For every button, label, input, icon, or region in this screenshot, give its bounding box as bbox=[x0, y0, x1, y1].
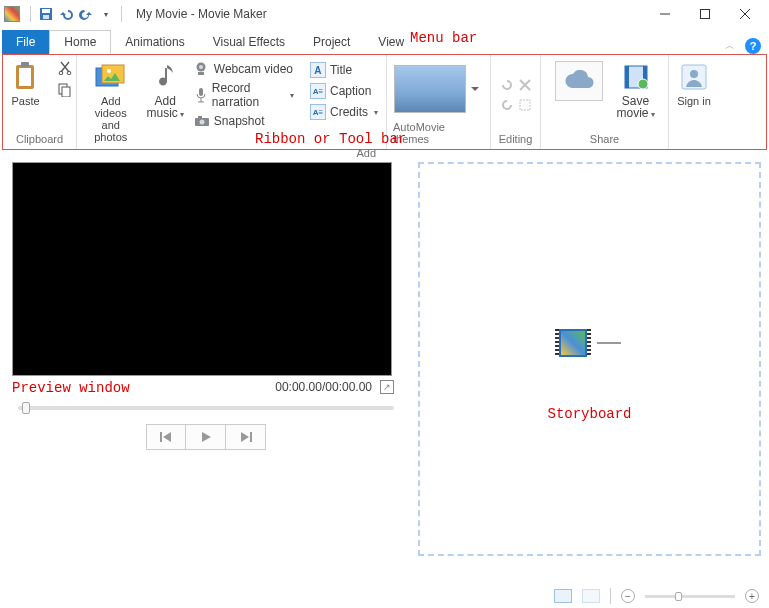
undo-icon[interactable] bbox=[57, 5, 75, 23]
group-editing: Editing bbox=[491, 55, 541, 149]
svg-rect-19 bbox=[198, 72, 204, 75]
dropdown-arrow-icon: ▾ bbox=[290, 91, 294, 100]
storyboard-pane: Storyboard bbox=[418, 162, 761, 562]
tab-bar: File Home Animations Visual Effects Proj… bbox=[0, 28, 769, 54]
snapshot-button[interactable]: Snapshot bbox=[192, 113, 296, 129]
seek-thumb[interactable] bbox=[22, 402, 30, 414]
svg-rect-1 bbox=[42, 9, 50, 13]
add-videos-photos-button[interactable]: Add videos and photos bbox=[83, 59, 138, 145]
paste-label: Paste bbox=[11, 95, 39, 107]
svg-point-32 bbox=[690, 70, 698, 78]
zoom-slider[interactable] bbox=[645, 595, 735, 598]
group-add: Add videos and photos Add music▾ Webcam … bbox=[77, 55, 387, 149]
group-label-editing: Editing bbox=[499, 131, 533, 147]
webcam-video-button[interactable]: Webcam video bbox=[192, 61, 296, 77]
svg-rect-28 bbox=[625, 66, 629, 88]
preview-pane: Preview window 00:00.00/00:00.00 ↗ bbox=[12, 162, 400, 562]
tab-animations[interactable]: Animations bbox=[111, 30, 198, 54]
cloud-icon bbox=[555, 61, 603, 101]
svg-rect-8 bbox=[19, 68, 31, 86]
minimize-button[interactable] bbox=[645, 0, 685, 28]
video-preview[interactable] bbox=[12, 162, 392, 376]
maximize-button[interactable] bbox=[685, 0, 725, 28]
redo-icon[interactable] bbox=[77, 5, 95, 23]
annotation-storyboard: Storyboard bbox=[547, 406, 631, 422]
automovie-theme-thumb[interactable] bbox=[394, 65, 466, 113]
svg-rect-33 bbox=[160, 432, 162, 442]
delete-icon[interactable] bbox=[518, 78, 532, 92]
placeholder-line bbox=[597, 342, 621, 344]
credits-button[interactable]: A≡ Credits ▾ bbox=[308, 103, 380, 121]
storyboard-drop-area[interactable]: Storyboard bbox=[418, 162, 761, 556]
view-mode-2-button[interactable] bbox=[582, 589, 600, 603]
group-clipboard: Paste Clipboard bbox=[3, 55, 77, 149]
add-music-label: Add music▾ bbox=[146, 95, 183, 121]
share-cloud-button[interactable] bbox=[551, 59, 607, 103]
webcam-icon bbox=[194, 62, 210, 76]
group-label-add: Add bbox=[356, 145, 380, 161]
ribbon-toolbar: Paste Clipboard Add videos and photos bbox=[2, 54, 767, 150]
record-label: Record narration bbox=[212, 81, 284, 109]
svg-point-22 bbox=[199, 120, 204, 125]
clipboard-icon bbox=[10, 61, 42, 93]
dropdown-arrow-icon: ▾ bbox=[374, 108, 378, 117]
webcam-label: Webcam video bbox=[214, 62, 293, 76]
group-label-share: Share bbox=[590, 131, 619, 147]
paste-button[interactable]: Paste bbox=[6, 59, 46, 109]
save-icon[interactable] bbox=[37, 5, 55, 23]
save-movie-label: Save movie▾ bbox=[615, 95, 657, 121]
tab-visual-effects[interactable]: Visual Effects bbox=[199, 30, 299, 54]
svg-rect-34 bbox=[250, 432, 252, 442]
cut-icon[interactable] bbox=[56, 59, 74, 77]
file-tab[interactable]: File bbox=[2, 30, 49, 54]
collapse-ribbon-icon[interactable]: ︿ bbox=[725, 39, 735, 53]
copy-icon[interactable] bbox=[56, 81, 74, 99]
group-label-blank bbox=[692, 131, 695, 147]
tab-project[interactable]: Project bbox=[299, 30, 364, 54]
add-music-button[interactable]: Add music▾ bbox=[144, 59, 185, 123]
music-note-icon bbox=[149, 61, 181, 93]
zoom-in-button[interactable]: + bbox=[745, 589, 759, 603]
svg-rect-23 bbox=[198, 116, 202, 118]
title-icon: A bbox=[310, 62, 326, 78]
record-narration-button[interactable]: Record narration ▾ bbox=[192, 80, 296, 110]
help-icon[interactable]: ? bbox=[745, 38, 761, 54]
rotate-right-icon[interactable] bbox=[500, 98, 514, 112]
content-area: Preview window 00:00.00/00:00.00 ↗ bbox=[0, 150, 769, 566]
user-icon bbox=[678, 61, 710, 93]
snapshot-label: Snapshot bbox=[214, 114, 265, 128]
sign-in-button[interactable]: Sign in bbox=[674, 59, 714, 109]
zoom-out-button[interactable]: − bbox=[621, 589, 635, 603]
prev-frame-button[interactable] bbox=[146, 424, 186, 450]
app-icon bbox=[4, 6, 20, 22]
caption-button[interactable]: A≡ Caption bbox=[308, 82, 380, 100]
title-bar: ▾ My Movie - Movie Maker bbox=[0, 0, 769, 28]
zoom-thumb[interactable] bbox=[675, 592, 682, 601]
tab-home[interactable]: Home bbox=[49, 30, 111, 54]
group-label-automovie: AutoMovie themes bbox=[393, 119, 484, 147]
title-button[interactable]: A Title bbox=[308, 61, 380, 79]
group-signin: Sign in bbox=[669, 55, 719, 149]
signin-label: Sign in bbox=[677, 95, 711, 107]
svg-rect-4 bbox=[701, 10, 710, 19]
rotate-left-icon[interactable] bbox=[500, 78, 514, 92]
svg-point-18 bbox=[199, 65, 203, 69]
close-button[interactable] bbox=[725, 0, 765, 28]
caption-icon: A≡ bbox=[310, 83, 326, 99]
fullscreen-icon[interactable]: ↗ bbox=[380, 380, 394, 394]
svg-rect-13 bbox=[62, 87, 70, 97]
seek-slider[interactable] bbox=[18, 406, 394, 410]
qat-dropdown-icon[interactable]: ▾ bbox=[97, 5, 115, 23]
quick-access-toolbar: ▾ bbox=[26, 5, 126, 23]
select-all-icon[interactable] bbox=[518, 98, 532, 112]
play-button[interactable] bbox=[186, 424, 226, 450]
tab-view[interactable]: View bbox=[364, 30, 418, 54]
svg-rect-26 bbox=[520, 100, 530, 110]
next-frame-button[interactable] bbox=[226, 424, 266, 450]
credits-icon: A≡ bbox=[310, 104, 326, 120]
view-mode-1-button[interactable] bbox=[554, 589, 572, 603]
save-movie-button[interactable]: Save movie▾ bbox=[613, 59, 659, 123]
camera-icon bbox=[194, 115, 210, 127]
svg-point-16 bbox=[107, 69, 111, 73]
svg-rect-9 bbox=[21, 62, 29, 67]
